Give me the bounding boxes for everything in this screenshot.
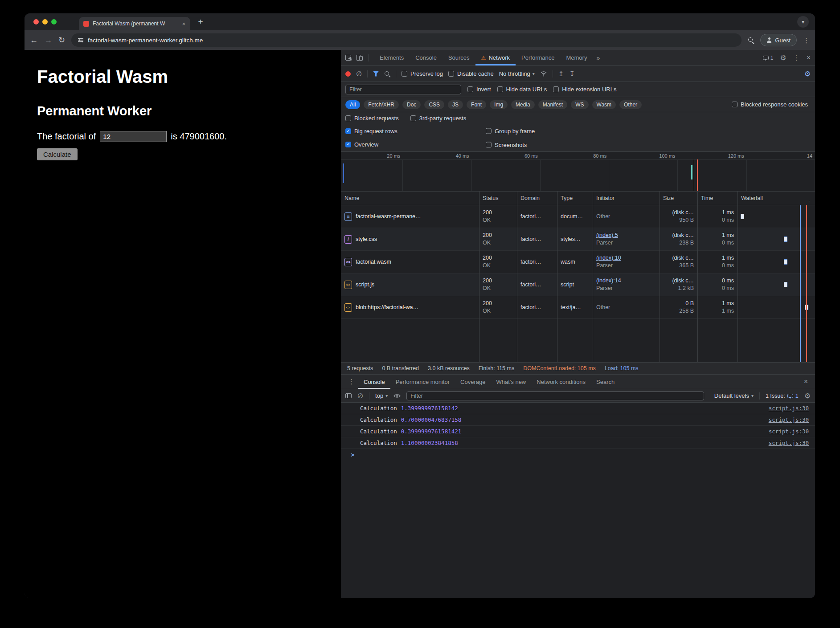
more-tabs-icon[interactable]: » (593, 50, 603, 65)
console-issues-link[interactable]: 1 Issue: 1 (766, 393, 799, 399)
drawer-tab-whats-new[interactable]: What's new (491, 375, 531, 389)
import-har-icon[interactable]: ↥ (558, 70, 564, 78)
hide-data-urls-checkbox[interactable]: Hide data URLs (497, 86, 547, 93)
factorial-input[interactable] (100, 131, 167, 142)
address-bar[interactable]: factorial-wasm-permanent-worker.glitch.m… (71, 33, 742, 47)
initiator-link[interactable]: (index):14 (596, 277, 657, 285)
column-header-status[interactable]: Status (479, 195, 517, 201)
calculate-button[interactable]: Calculate (37, 148, 78, 160)
tab-network[interactable]: ⚠ Network (475, 50, 516, 65)
profile-button[interactable]: Guest (760, 34, 797, 46)
new-tab-button[interactable]: + (195, 16, 206, 28)
column-divider[interactable] (593, 192, 593, 362)
request-name[interactable]: style.css (356, 236, 377, 242)
request-row[interactable]: blob:https://factorial-wa… 200OK factori… (341, 296, 815, 319)
tab-sources[interactable]: Sources (443, 50, 475, 65)
filter-chip-img[interactable]: Img (490, 100, 508, 109)
blocked-requests-checkbox[interactable]: Blocked requests (345, 115, 399, 122)
third-party-requests-checkbox[interactable]: 3rd-party requests (410, 115, 467, 122)
filter-chip-wasm[interactable]: Wasm (592, 100, 616, 109)
clear-network-log-icon[interactable]: ∅ (356, 70, 362, 78)
drawer-menu-icon[interactable]: ⋮ (344, 378, 358, 386)
source-link[interactable]: script.js:30 (769, 440, 809, 446)
drawer-tab-console[interactable]: Console (358, 375, 390, 389)
blocked-response-cookies-checkbox[interactable]: Blocked response cookies (732, 101, 808, 108)
column-divider[interactable] (479, 192, 479, 362)
column-header-initiator[interactable]: Initiator (593, 195, 660, 201)
filter-icon[interactable] (373, 71, 379, 77)
reload-button[interactable]: ↻ (58, 36, 65, 44)
execution-context-select[interactable]: top ▾ (375, 392, 388, 399)
overview-checkbox[interactable]: Overview (345, 141, 378, 148)
clear-console-icon[interactable]: ∅ (357, 392, 363, 400)
drawer-tab-coverage[interactable]: Coverage (455, 375, 491, 389)
request-row[interactable]: style.css 200OK factori… styles… (index)… (341, 228, 815, 251)
request-row[interactable]: script.js 200OK factori… script (index):… (341, 273, 815, 296)
source-link[interactable]: script.js:30 (769, 405, 809, 412)
column-header-waterfall[interactable]: Waterfall ▲ (738, 195, 815, 201)
tab-close-icon[interactable]: × (180, 20, 187, 27)
drawer-close-icon[interactable]: × (804, 378, 811, 386)
drawer-tab-search[interactable]: Search (591, 375, 620, 389)
network-conditions-icon[interactable] (540, 71, 547, 77)
export-har-icon[interactable]: ↧ (569, 70, 575, 78)
console-prompt[interactable]: > (341, 449, 815, 461)
column-divider[interactable] (557, 192, 557, 362)
throttling-select[interactable]: No throttling ▾ (499, 70, 535, 77)
source-link[interactable]: script.js:30 (769, 416, 809, 423)
device-toolbar-icon[interactable] (356, 55, 363, 61)
initiator-link[interactable]: (index):5 (596, 232, 657, 239)
source-link[interactable]: script.js:30 (769, 428, 809, 435)
column-divider[interactable] (660, 192, 660, 362)
disable-cache-checkbox[interactable]: Disable cache (448, 70, 494, 77)
filter-chip-js[interactable]: JS (448, 100, 463, 109)
column-header-domain[interactable]: Domain (517, 195, 557, 201)
search-icon[interactable] (384, 71, 390, 77)
close-window-button[interactable] (33, 19, 39, 24)
initiator-link[interactable]: (index):10 (596, 254, 657, 262)
screenshots-checkbox[interactable]: Screenshots (486, 141, 527, 148)
network-overview-timeline[interactable]: 20 ms 40 ms 60 ms 80 ms 100 ms 120 ms 14 (341, 152, 815, 192)
filter-chip-css[interactable]: CSS (424, 100, 444, 109)
tab-console[interactable]: Console (410, 50, 443, 65)
request-row[interactable]: factorial-wasm-permane… 200OK factori… d… (341, 205, 815, 228)
preserve-log-checkbox[interactable]: Preserve log (402, 70, 443, 77)
big-request-rows-checkbox[interactable]: Big request rows (345, 128, 397, 135)
minimize-window-button[interactable] (42, 19, 48, 24)
tab-elements[interactable]: Elements (374, 50, 410, 65)
browser-tab[interactable]: Factorial Wasm (permanent W × (79, 17, 190, 30)
column-divider[interactable] (738, 192, 738, 362)
column-divider[interactable] (517, 192, 517, 362)
site-info-icon[interactable] (78, 37, 84, 43)
zoom-icon[interactable] (748, 37, 754, 43)
record-network-log-button[interactable] (345, 71, 351, 77)
url-text[interactable]: factorial-wasm-permanent-worker.glitch.m… (88, 37, 203, 44)
drawer-tab-network-conditions[interactable]: Network conditions (531, 375, 591, 389)
group-by-frame-checkbox[interactable]: Group by frame (486, 128, 535, 135)
filter-chip-fetch-xhr[interactable]: Fetch/XHR (364, 100, 399, 109)
filter-chip-manifest[interactable]: Manifest (538, 100, 567, 109)
tab-performance[interactable]: Performance (516, 50, 560, 65)
filter-chip-font[interactable]: Font (467, 100, 486, 109)
console-filter-input[interactable] (406, 391, 704, 400)
column-header-name[interactable]: Name (341, 195, 479, 201)
request-name[interactable]: blob:https://factorial-wa… (356, 304, 418, 310)
live-expression-eye-icon[interactable] (393, 393, 401, 399)
issues-counter[interactable]: 1 (763, 55, 774, 61)
column-header-type[interactable]: Type (557, 195, 593, 201)
back-button[interactable]: ← (30, 36, 38, 44)
invert-checkbox[interactable]: Invert (467, 86, 491, 93)
inspect-element-icon[interactable] (345, 55, 351, 61)
hide-extension-urls-checkbox[interactable]: Hide extension URLs (553, 86, 616, 93)
request-row[interactable]: factorial.wasm 200OK factori… wasm (inde… (341, 251, 815, 273)
column-header-size[interactable]: Size (660, 195, 697, 201)
drawer-tab-performance-monitor[interactable]: Performance monitor (390, 375, 455, 389)
column-header-time[interactable]: Time (697, 195, 738, 201)
devtools-menu-icon[interactable]: ⋮ (793, 54, 800, 62)
column-divider[interactable] (697, 192, 698, 362)
console-sidebar-icon[interactable] (345, 393, 352, 398)
network-filter-input[interactable] (345, 85, 461, 94)
request-name[interactable]: script.js (356, 281, 374, 288)
forward-button[interactable]: → (44, 36, 52, 44)
network-settings-icon[interactable]: ⚙ (804, 70, 811, 77)
